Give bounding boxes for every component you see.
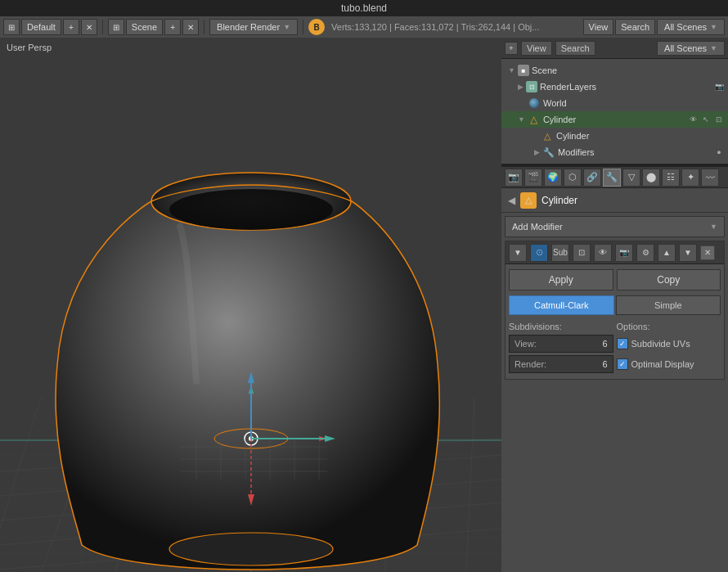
outliner-cylinder[interactable]: ▼ △ Cylinder 👁 ↖ ⊡ — [501, 111, 728, 128]
world-label: World — [543, 98, 567, 108]
all-scenes-outliner-btn[interactable]: All Scenes ▼ — [657, 41, 725, 56]
apply-button[interactable]: Apply — [509, 269, 613, 291]
outliner-cylinder-mesh[interactable]: △ Cylinder — [501, 128, 728, 144]
render-field[interactable]: Render: 6 — [509, 355, 613, 373]
all-scenes-dropdown[interactable]: All Scenes ▼ — [657, 19, 725, 35]
optimal-display-label: Optimal Display — [631, 359, 694, 369]
cylinder-mesh-label: Cylinder — [556, 131, 589, 141]
top-toolbar: ⊞ Default + ✕ ⊞ Scene + ✕ Blender Render… — [0, 16, 728, 38]
prop-icon-object[interactable]: ⬡ — [564, 169, 582, 187]
close-workspace-btn[interactable]: ✕ — [81, 19, 97, 35]
object-name-label: Cylinder — [542, 195, 577, 206]
workspace-group: ⊞ Default + ✕ — [3, 19, 97, 35]
cylinder-obj-icon: △ — [528, 113, 541, 126]
viewport[interactable]: User Persp — [0, 38, 501, 572]
modifier-collapse-btn[interactable]: ▼ — [509, 244, 527, 262]
prop-icon-material[interactable]: ⬤ — [642, 169, 660, 187]
sep3 — [303, 20, 303, 34]
outliner-render-layers[interactable]: ▶ ⊡ RenderLayers 📷 — [501, 79, 728, 95]
modifiers-dot-icon[interactable]: ● — [713, 146, 725, 158]
prop-icon-scene[interactable]: 🎬 — [524, 169, 542, 187]
render-field-value: 6 — [602, 359, 607, 369]
right-panel: + View Search All Scenes ▼ ▼ ■ Scene ▶ ⊡… — [501, 38, 728, 572]
prop-icon-data[interactable]: ▽ — [622, 169, 640, 187]
scene-dropdown[interactable]: Scene — [126, 19, 163, 35]
modifier-up-btn[interactable]: ▲ — [658, 244, 676, 262]
outliner-scene[interactable]: ▼ ■ Scene — [501, 62, 728, 79]
sep2 — [204, 20, 204, 34]
prop-icon-modifiers[interactable]: 🔧 — [603, 169, 621, 187]
modifier-down-btn[interactable]: ▼ — [679, 244, 697, 262]
outliner-search-btn[interactable]: Search — [555, 41, 595, 56]
modifier-viewport-btn[interactable]: ⊡ — [573, 244, 591, 262]
prop-icon-physics[interactable]: 〰 — [701, 169, 719, 187]
render-layers-collapse-icon: ▶ — [518, 83, 524, 91]
prop-icon-world[interactable]: 🌍 — [544, 169, 562, 187]
simple-tab[interactable]: Simple — [616, 295, 721, 315]
catmull-clark-tab[interactable]: Catmull-Clark — [509, 295, 614, 315]
svg-point-33 — [169, 189, 333, 230]
engine-chevron: ▼ — [283, 23, 290, 31]
subdivisions-options-section: Subdivisions: View: 6 Render: 6 Options: — [506, 318, 724, 379]
modifiers-label: Modifiers — [558, 147, 595, 157]
sep1 — [102, 20, 103, 34]
engine-dropdown[interactable]: Blender Render ▼ — [209, 19, 298, 35]
view-menu-btn[interactable]: View — [583, 19, 614, 35]
modifier-settings-btn[interactable]: ⚙ — [636, 244, 654, 262]
object-name-bar: ◀ △ Cylinder — [501, 188, 728, 213]
scene-svg — [0, 38, 501, 572]
subdivide-uvs-label: Subdivide UVs — [631, 339, 690, 349]
search-menu-btn[interactable]: Search — [615, 19, 655, 35]
viewport-label: User Persp — [7, 43, 52, 52]
subdivisions-column: Subdivisions: View: 6 Render: 6 — [509, 322, 613, 376]
layout-dropdown[interactable]: Default — [21, 19, 61, 35]
modifier-close-btn[interactable]: ✕ — [700, 245, 715, 260]
copy-button[interactable]: Copy — [617, 269, 721, 291]
modifier-card: ▼ ⊙ Sub ⊡ 👁 📷 ⚙ ▲ ▼ ✕ Apply Copy — [505, 241, 725, 380]
add-workspace-btn[interactable]: + — [63, 19, 79, 35]
view-search-group: View Search All Scenes ▼ — [583, 19, 725, 35]
modifier-eye-btn[interactable]: 👁 — [594, 244, 612, 262]
scene-icon-btn[interactable]: ⊞ — [108, 19, 124, 35]
apply-copy-row: Apply Copy — [506, 264, 724, 295]
cylinder-label: Cylinder — [543, 115, 576, 124]
view-field[interactable]: View: 6 — [509, 335, 613, 353]
cylinder-icons: 👁 ↖ ⊡ — [687, 114, 725, 125]
subdivide-uvs-checkbox[interactable] — [617, 338, 628, 349]
blender-logo: B — [308, 19, 325, 35]
outliner-collapse-btn[interactable]: + — [505, 42, 518, 55]
modifier-render-btn[interactable]: 📷 — [615, 244, 633, 262]
window-title: tubo.blend — [341, 2, 387, 14]
modifier-name-field[interactable]: Sub — [551, 244, 569, 262]
cylinder-mesh-icon: △ — [541, 129, 554, 142]
properties-icons-bar: 📷 🎬 🌍 ⬡ 🔗 🔧 ▽ ⬤ ☷ ✦ 〰 — [501, 167, 728, 188]
subdivisions-label: Subdivisions: — [509, 322, 613, 331]
cylinder-render-icon[interactable]: ⊡ — [713, 114, 725, 125]
outliner-view-btn[interactable]: View — [521, 41, 552, 56]
prop-icon-texture[interactable]: ☷ — [662, 169, 680, 187]
modifier-section: Add Modifier ▼ ▼ ⊙ Sub ⊡ 👁 📷 ⚙ ▲ ▼ ✕ — [501, 213, 728, 572]
optimal-display-checkbox[interactable] — [617, 358, 628, 370]
cylinder-eye-icon[interactable]: 👁 — [687, 114, 699, 125]
render-layers-cam-icon[interactable]: 📷 — [713, 81, 725, 92]
modifier-realtime-btn[interactable]: ⊙ — [530, 244, 548, 262]
prop-icon-constraints[interactable]: 🔗 — [583, 169, 601, 187]
add-modifier-button[interactable]: Add Modifier ▼ — [505, 216, 725, 237]
outliner-modifiers[interactable]: ▶ 🔧 Modifiers ● — [501, 144, 728, 160]
close-scene-btn[interactable]: ✕ — [182, 19, 199, 35]
outliner-world[interactable]: World — [501, 95, 728, 111]
prop-icon-particles[interactable]: ✦ — [681, 169, 699, 187]
wrench-glyph: 🔧 — [543, 147, 555, 158]
scene-collapse-icon: ▼ — [508, 66, 515, 74]
scene-icon: ■ — [518, 65, 529, 76]
options-column: Options: Subdivide UVs Optimal Display — [617, 322, 721, 376]
modifiers-collapse-icon: ▶ — [534, 148, 540, 156]
modifiers-icons: ● — [713, 146, 725, 158]
add-scene-btn[interactable]: + — [164, 19, 181, 35]
workspace-icon-btn[interactable]: ⊞ — [3, 19, 20, 35]
outliner-content: ▼ ■ Scene ▶ ⊡ RenderLayers 📷 World ▼ — [501, 59, 728, 164]
cylinder-cursor-icon[interactable]: ↖ — [700, 114, 712, 125]
prop-icon-render[interactable]: 📷 — [505, 169, 523, 187]
view-field-label: View: — [515, 339, 602, 349]
prev-object-btn[interactable]: ◀ — [508, 195, 515, 206]
